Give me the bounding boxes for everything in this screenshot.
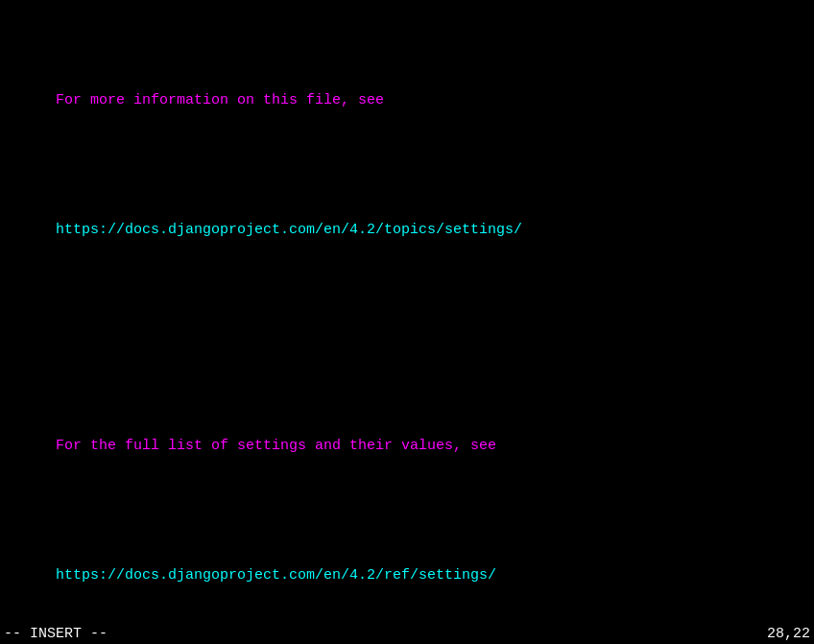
status-bar: -- INSERT -- 28,22 [0,624,814,644]
cursor-position: 28,22 [767,626,810,642]
line-5: https://docs.djangoproject.com/en/4.2/re… [0,544,814,609]
line-4: For the full list of settings and their … [0,415,814,480]
line-2: https://docs.djangoproject.com/en/4.2/to… [0,199,814,264]
text-line-1: For more information on this file, see [56,92,384,108]
insert-mode-label: -- INSERT -- [4,626,108,642]
text-line-2: https://docs.djangoproject.com/en/4.2/to… [56,222,522,238]
line-3 [0,328,814,350]
line-1: For more information on this file, see [0,69,814,134]
code-area: For more information on this file, see h… [0,0,814,644]
text-line-5: https://docs.djangoproject.com/en/4.2/re… [56,567,496,584]
text-line-4: For the full list of settings and their … [56,438,496,454]
editor: For more information on this file, see h… [0,0,814,644]
